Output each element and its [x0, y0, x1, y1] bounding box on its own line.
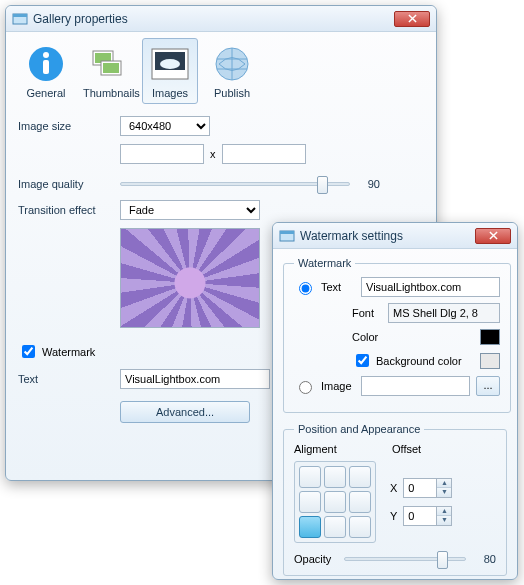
watermark-text-input[interactable]: [120, 369, 270, 389]
align-mr[interactable]: [349, 491, 371, 513]
align-bl[interactable]: [299, 516, 321, 538]
align-tc[interactable]: [324, 466, 346, 488]
alignment-grid: [294, 461, 376, 543]
close-button[interactable]: [475, 228, 511, 244]
svg-rect-14: [280, 231, 294, 234]
browse-button[interactable]: ...: [476, 376, 500, 396]
bgcolor-checkbox[interactable]: Background color: [352, 351, 474, 370]
quality-value: 90: [360, 178, 380, 190]
advanced-button[interactable]: Advanced...: [120, 401, 250, 423]
watermark-checkbox[interactable]: Watermark: [18, 342, 95, 361]
font-label: Font: [352, 307, 382, 319]
font-display[interactable]: [388, 303, 500, 323]
image-radio-label: Image: [321, 380, 355, 392]
transition-label: Transition effect: [18, 204, 120, 216]
offset-label: Offset: [392, 443, 421, 455]
svg-point-11: [160, 59, 180, 69]
opacity-slider-thumb[interactable]: [437, 551, 448, 569]
y-label: Y: [390, 510, 397, 522]
window-title: Gallery properties: [33, 12, 394, 26]
height-input[interactable]: [222, 144, 306, 164]
text-radio[interactable]: [299, 282, 312, 295]
position-group: Position and Appearance Aligment Offset: [283, 423, 507, 576]
bgcolor-swatch[interactable]: [480, 353, 500, 369]
opacity-value: 80: [476, 553, 496, 565]
tab-general[interactable]: General: [18, 38, 74, 104]
app-icon: [279, 228, 295, 244]
width-input[interactable]: [120, 144, 204, 164]
y-spinner[interactable]: ▲▼: [403, 506, 452, 526]
x-spinner[interactable]: ▲▼: [403, 478, 452, 498]
x-label: X: [390, 482, 397, 494]
image-size-label: Image size: [18, 120, 120, 132]
image-radio[interactable]: [299, 381, 312, 394]
tab-publish[interactable]: Publish: [204, 38, 260, 104]
wm-text-input[interactable]: [361, 277, 500, 297]
align-ml[interactable]: [299, 491, 321, 513]
thumbnails-icon: [87, 43, 129, 85]
watermark-checkbox-input[interactable]: [22, 345, 35, 358]
dim-separator: x: [210, 148, 216, 160]
close-button[interactable]: [394, 11, 430, 27]
tab-images[interactable]: Images: [142, 38, 198, 104]
align-br[interactable]: [349, 516, 371, 538]
quality-slider-thumb[interactable]: [317, 176, 328, 194]
transition-preview: [120, 228, 260, 328]
alignment-label: Aligment: [294, 443, 374, 455]
window-title: Watermark settings: [300, 229, 475, 243]
opacity-slider[interactable]: [344, 557, 466, 561]
titlebar[interactable]: Gallery properties: [6, 6, 436, 32]
align-mc[interactable]: [324, 491, 346, 513]
watermark-settings-window: Watermark settings Watermark Text Font C…: [272, 222, 518, 580]
info-icon: [25, 43, 67, 85]
image-size-select[interactable]: 640x480: [120, 116, 210, 136]
publish-icon: [211, 43, 253, 85]
wm-image-input[interactable]: [361, 376, 470, 396]
svg-point-3: [43, 52, 49, 58]
text-radio-label: Text: [321, 281, 355, 293]
tab-thumbnails[interactable]: Thumbnails: [80, 38, 136, 104]
transition-select[interactable]: Fade: [120, 200, 260, 220]
color-label: Color: [352, 331, 382, 343]
opacity-label: Opacity: [294, 553, 344, 565]
align-tr[interactable]: [349, 466, 371, 488]
svg-rect-1: [13, 14, 27, 17]
quality-label: Image quality: [18, 178, 120, 190]
align-tl[interactable]: [299, 466, 321, 488]
text-label: Text: [18, 373, 120, 385]
quality-slider[interactable]: [120, 182, 350, 186]
svg-rect-8: [103, 63, 119, 73]
align-bc[interactable]: [324, 516, 346, 538]
tab-strip: General Thumbnails Images Publish: [18, 38, 424, 104]
color-swatch[interactable]: [480, 329, 500, 345]
titlebar[interactable]: Watermark settings: [273, 223, 517, 249]
svg-rect-4: [43, 60, 49, 74]
watermark-group: Watermark Text Font Color Background col…: [283, 257, 511, 413]
images-icon: [149, 43, 191, 85]
app-icon: [12, 11, 28, 27]
